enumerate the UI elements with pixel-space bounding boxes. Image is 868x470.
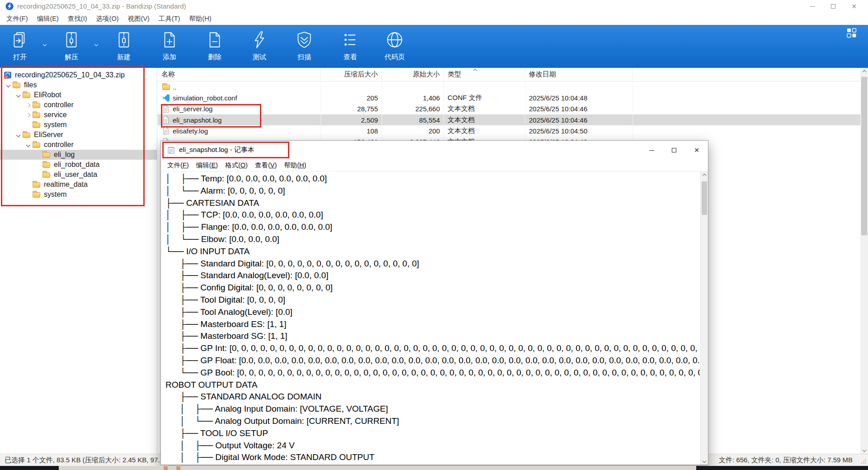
menu-item[interactable]: 查找(I) <box>63 13 92 25</box>
tree-item[interactable]: realtime_data <box>0 180 157 190</box>
bandizip-toolbar: 打开解压新建添加删除测试扫描查看代码页 <box>0 25 868 68</box>
notepad-menu-item[interactable]: 查看(V) <box>251 161 280 170</box>
notepad-menu-item[interactable]: 文件(F) <box>164 161 193 170</box>
tree-item[interactable]: controller <box>0 100 157 110</box>
bandizip-titlebar: recording20250625_10_04_33.zip - Bandizi… <box>0 0 868 13</box>
notepad-text-line: ├── Masterboard SG: [1, 1] <box>165 330 700 342</box>
tree-item[interactable]: EliRobot <box>0 90 157 100</box>
folder-icon <box>42 171 52 178</box>
maximize-button[interactable] <box>823 0 844 13</box>
tree-item[interactable]: eli_user_data <box>0 170 157 180</box>
notepad-text-line: ├── STANDARD ANALOG DOMAIN <box>165 391 700 403</box>
menu-item[interactable]: 选项(O) <box>92 13 123 25</box>
file-row[interactable]: .. <box>158 81 860 92</box>
menu-item[interactable]: 文件(F) <box>2 13 33 25</box>
resize-grip[interactable] <box>861 459 866 464</box>
file-row[interactable]: eli_snapshot.log2,50985,554文本文档2025/6/25… <box>158 114 860 125</box>
notepad-text-line: │ ├── Temp: [0.0, 0.0, 0.0, 0.0, 0.0, 0.… <box>165 173 700 185</box>
menu-item[interactable]: 工具(T) <box>154 13 185 25</box>
file-cell-name: eli_server.log <box>158 104 321 114</box>
tree-item[interactable]: system <box>0 190 157 199</box>
scrollbar-thumb[interactable] <box>861 77 867 235</box>
tree-item[interactable]: ZIPrecording20250625_10_04_33.zip <box>0 70 157 80</box>
file-row[interactable]: eli_server.log28,755225,660文本文档2025/6/25… <box>158 104 860 114</box>
tree-item-label: controller <box>44 141 74 149</box>
menu-item[interactable]: 帮助(H) <box>184 13 216 25</box>
taskbar[interactable] <box>0 466 868 470</box>
archive-summary-status: 文件: 656, 文件夹: 0, 压缩文件大小: 7.59 MB <box>719 456 853 465</box>
scroll-up-icon[interactable] <box>860 68 868 76</box>
file-cell-name: eli_snapshot.log <box>158 114 321 125</box>
taskbar-icon[interactable] <box>164 466 168 470</box>
taskbar-window-sliver <box>59 466 696 470</box>
toolbar-button-scan[interactable]: 扫描 <box>283 28 325 66</box>
tree-item[interactable]: system <box>0 120 157 130</box>
scrollbar-thumb[interactable] <box>702 181 707 215</box>
menu-item[interactable]: 视图(V) <box>123 13 154 25</box>
file-cell-name: simulation_robot.conf <box>158 92 321 103</box>
toolbar-button-new-archive[interactable]: 新建 <box>103 28 145 66</box>
menu-item[interactable]: 编辑(E) <box>33 13 63 25</box>
toolbar-label: 解压 <box>65 53 78 62</box>
layout-grid-icon[interactable] <box>846 28 858 39</box>
file-cell-modified <box>525 81 633 92</box>
chevron-down-icon[interactable] <box>4 84 13 87</box>
tree-item[interactable]: eli_robot_data <box>0 160 157 170</box>
notepad-titlebar[interactable]: eli_snapshot.log - 记事本 ✕ <box>161 141 708 160</box>
notepad-menu-item[interactable]: 编辑(E) <box>193 161 222 170</box>
folder-icon <box>42 161 52 168</box>
toolbar-button-codepage[interactable]: 代码页 <box>374 28 415 66</box>
notepad-menubar: 文件(F)编辑(E)格式(O)查看(V)帮助(H) <box>161 160 708 171</box>
notepad-menu-item[interactable]: 帮助(H) <box>280 161 310 170</box>
column-header-modified[interactable]: 修改日期 <box>525 68 633 81</box>
toolbar-button-open[interactable]: 打开 <box>0 28 41 66</box>
tree-item[interactable]: files <box>0 80 157 90</box>
file-cell-original <box>382 81 444 92</box>
column-header-type[interactable]: 类型 <box>444 68 525 81</box>
tree-item[interactable]: controller <box>0 140 157 150</box>
toolbar-button-add[interactable]: 添加 <box>149 28 190 66</box>
notepad-scrollbar[interactable] <box>700 171 708 465</box>
file-list-scrollbar[interactable] <box>860 68 868 454</box>
delete-icon <box>205 30 224 49</box>
chevron-down-icon[interactable] <box>24 143 33 147</box>
file-cell-compressed: 205 <box>321 92 382 103</box>
toolbar-button-test[interactable]: 测试 <box>239 28 280 66</box>
folder-icon <box>33 191 42 198</box>
scroll-down-icon[interactable] <box>860 446 868 454</box>
chevron-down-icon[interactable] <box>43 39 46 47</box>
scroll-up-icon[interactable] <box>701 171 708 179</box>
chevron-right-icon[interactable] <box>24 104 33 107</box>
notepad-text-line: ├── Standard Digital: [0, 0, 0, 0, 0, 0,… <box>165 258 700 270</box>
file-cell-type <box>444 81 525 92</box>
column-header-original[interactable]: 原始大小 <box>382 68 444 81</box>
notepad-close-button[interactable]: ✕ <box>685 141 708 160</box>
notepad-menu-item[interactable]: 格式(O) <box>222 161 251 170</box>
chevron-down-icon[interactable] <box>95 39 98 47</box>
column-header-name[interactable]: 名称 <box>158 68 321 81</box>
file-row[interactable]: simulation_robot.conf2051,406CONF 文件2025… <box>158 92 860 103</box>
notepad-minimize-button[interactable] <box>640 141 663 160</box>
scroll-down-icon[interactable] <box>701 457 708 465</box>
folder-icon <box>33 141 42 148</box>
tree-item[interactable]: service <box>0 110 157 120</box>
notepad-text-line: └── GP Bool: [0, 0, 0, 0, 0, 0, 0, 0, 0,… <box>165 367 700 379</box>
close-button[interactable]: ✕ <box>844 0 864 13</box>
taskbar-icon[interactable] <box>176 466 180 470</box>
tree-item-label: service <box>44 111 67 119</box>
toolbar-button-view[interactable]: 查看 <box>330 28 371 66</box>
chevron-down-icon[interactable] <box>14 133 23 137</box>
tree-item[interactable]: EliServer <box>0 130 157 140</box>
notepad-text-area[interactable]: │ ├── Temp: [0.0, 0.0, 0.0, 0.0, 0.0, 0.… <box>161 171 700 465</box>
tree-item[interactable]: eli_log <box>0 150 157 160</box>
notepad-maximize-button[interactable] <box>663 141 685 160</box>
column-header-compressed[interactable]: 压缩后大小 <box>321 68 382 81</box>
file-row[interactable]: elisafety.log108200文本文档2025/6/25 10:04:5… <box>158 125 860 136</box>
toolbar-button-delete[interactable]: 删除 <box>194 28 236 66</box>
toolbar-button-extract[interactable]: 解压 <box>51 28 92 66</box>
chevron-right-icon[interactable] <box>24 114 33 117</box>
extract-icon <box>62 30 81 49</box>
file-cell-original: 225,660 <box>382 104 444 114</box>
chevron-down-icon[interactable] <box>14 94 23 97</box>
minimize-button[interactable] <box>802 0 823 13</box>
